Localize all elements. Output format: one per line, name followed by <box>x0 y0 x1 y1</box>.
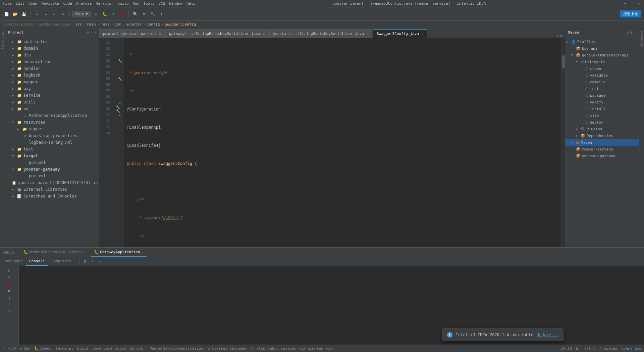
tab-pom[interactable]: pom.xml (yoostar-parent) ✕ <box>99 29 165 38</box>
menu-build[interactable]: Build <box>117 1 128 6</box>
maven-settings-icon[interactable]: ⚙ <box>630 30 633 35</box>
menu-view[interactable]: View <box>29 1 38 6</box>
breadcrumb-part-2[interactable]: src <box>75 22 82 27</box>
maven-clean[interactable]: ⬡ clean <box>565 65 639 72</box>
update-link[interactable]: Update... <box>537 333 558 337</box>
settings-btn[interactable]: ⚙ <box>140 10 148 18</box>
spring-status[interactable]: Spring <box>130 346 143 351</box>
minimize-btn[interactable]: ─ <box>623 1 627 6</box>
indent[interactable]: 4 spaces <box>599 346 617 351</box>
tab-member-service-app[interactable]: 🐛 MemberServiceApplication ✕ <box>20 249 89 257</box>
save-btn[interactable]: 💾 <box>20 10 28 18</box>
debug-status[interactable]: 🐛 Debug <box>34 346 51 351</box>
editor-close-btn[interactable]: ✕ <box>560 34 562 38</box>
maven-test[interactable]: ⬡ test <box>565 85 639 92</box>
maven-root-item[interactable]: ▼ 🏛 Maven <box>565 139 639 146</box>
breadcrumb-part-0[interactable]: yoostar-parent <box>3 22 35 27</box>
tree-item-scratches[interactable]: ▶ 📝 Scratches and Consoles <box>5 193 99 200</box>
restart-btn[interactable]: ↺ <box>6 288 12 294</box>
redo-btn[interactable]: ↪ <box>59 10 67 18</box>
breadcrumb-part-4[interactable]: java <box>101 22 110 27</box>
tab-gateway-app[interactable]: 🐛 GatewayApplication ✕ <box>91 249 147 257</box>
maven-validate[interactable]: ⬡ validate <box>565 72 639 79</box>
breadcrumb-part-7[interactable]: config <box>147 22 160 27</box>
menu-file[interactable]: File <box>3 1 12 6</box>
tab-close[interactable]: ✕ <box>84 251 86 254</box>
maven-close-icon[interactable]: ✕ <box>634 30 636 35</box>
tree-item-mapper2[interactable]: ▶ 📁 mapper <box>5 126 99 132</box>
tree-item-ext-libs[interactable]: ▶ 📚 External Libraries <box>5 186 99 193</box>
breadcrumb-part-8[interactable]: Swagger3Config <box>165 22 196 27</box>
menu-analyze[interactable]: Analyze <box>76 1 92 6</box>
close-btn[interactable]: ✕ <box>637 1 641 6</box>
step-out-btn[interactable]: ↑ <box>6 308 12 314</box>
maven-deploy[interactable]: ⬡ deploy <box>565 119 639 126</box>
sub-tab-debugger[interactable]: Debugger <box>1 258 26 266</box>
back-btn[interactable]: ← <box>33 10 41 18</box>
tree-item-member-service-app[interactable]: ☕ MemberServiceApplication <box>5 112 99 119</box>
maven-package[interactable]: ⬡ package <box>565 92 639 99</box>
menu-vcs[interactable]: VCS <box>158 1 165 6</box>
menu-refactor[interactable]: Refactor <box>96 1 113 6</box>
run-btn[interactable]: ▶ <box>92 10 100 18</box>
search-btn[interactable]: 🔍 <box>131 10 139 18</box>
tree-item-utils[interactable]: ▶ 📁 utils <box>5 99 99 105</box>
tree-item-parent-iml[interactable]: 📋 yoostar-parent(20200919111515).iml <box>5 179 99 186</box>
tree-item-dto[interactable]: ▶ 📁 dto <box>5 52 99 58</box>
tree-item-logback[interactable]: ▶ 📁 logback <box>5 72 99 79</box>
scrollbar-thumb[interactable] <box>562 55 565 69</box>
line-sep[interactable]: LF <box>576 346 580 351</box>
vcs-btn[interactable]: ↑ <box>158 10 165 18</box>
open-btn[interactable]: 📂 <box>11 10 19 18</box>
maven-site[interactable]: ⬡ site <box>565 112 639 119</box>
vertical-scrollbar[interactable] <box>561 38 565 247</box>
tab-close[interactable]: ✕ <box>141 251 143 254</box>
maven-plugins[interactable]: ▶ 🔌 Plugins <box>565 126 639 132</box>
sub-tab-console[interactable]: Console <box>26 258 48 266</box>
console-clear-btn[interactable]: 🗑 <box>82 258 89 265</box>
cursor-position[interactable]: 24:10 <box>561 346 572 351</box>
tree-item-resources[interactable]: ▼ 📁 resources <box>5 119 99 126</box>
menu-window[interactable]: Window <box>169 1 182 6</box>
step-into-btn[interactable]: ↓ <box>6 301 12 307</box>
new-file-btn[interactable]: 📄 <box>3 10 10 18</box>
maven-lifecycle[interactable]: ▼ ⟳ Lifecycle <box>565 58 639 65</box>
encoding[interactable]: UTF-8 <box>584 346 595 351</box>
sub-tab-endpoints[interactable]: Endpoints <box>48 258 75 266</box>
run-with-coverage-btn[interactable]: ☂ <box>110 10 117 18</box>
tree-item-pay[interactable]: ▶ 📁 pay <box>5 85 99 92</box>
menu-edit[interactable]: Edit <box>16 1 25 6</box>
tab-close[interactable]: ✕ <box>367 32 369 36</box>
sidebar-close-icon[interactable]: ✕ <box>94 30 96 35</box>
tree-item-controller[interactable]: ▶ 📁 controller <box>5 38 99 45</box>
tree-item-handler[interactable]: ▶ 📁 handler <box>5 65 99 72</box>
tree-item-mapper[interactable]: ▶ 📁 mapper <box>5 79 99 85</box>
favorites-label[interactable]: Favorites <box>1 31 4 49</box>
tree-item-test[interactable]: ▶ 📁 test <box>5 146 99 152</box>
step-over-btn[interactable]: ⤵ <box>6 294 12 300</box>
breadcrumb-part-5[interactable]: com <box>114 22 121 27</box>
maven-bss-api[interactable]: 📦 bss-api <box>565 45 639 52</box>
tree-item-target[interactable]: ▼ 📁 target <box>5 152 99 159</box>
tree-item-bootstrap[interactable]: ⚙ bootstrap.properties <box>5 132 99 139</box>
tree-item-enumeration[interactable]: ▶ 📁 enumeration <box>5 58 99 65</box>
maven-profiles[interactable]: ▶ 👤 Profiles <box>565 38 639 45</box>
maven-yoostar-gateway[interactable]: 📦 yoostar-gateway <box>565 152 639 159</box>
sidebar-collapse-icon[interactable]: – <box>91 30 93 35</box>
tree-item-domain[interactable]: ▶ 📁 domain <box>5 45 99 52</box>
tree-item-pom-gateway[interactable]: ⋮ pom.xml <box>5 173 99 179</box>
breadcrumb-part-3[interactable]: main <box>87 22 96 27</box>
tab-close[interactable]: ✕ <box>159 32 161 36</box>
run-status[interactable]: ▶ Run <box>20 346 31 351</box>
java-enterprise-status[interactable]: Java Enterprise <box>92 346 125 351</box>
tree-item-service[interactable]: ▶ 📁 service <box>5 92 99 99</box>
todo-btn[interactable]: 4 TODO <box>3 346 16 351</box>
restore-btn[interactable]: □ <box>630 1 634 6</box>
tab-yoostar-serializer[interactable]: yoostar\...\StringRedisKeySerializer.jav… <box>269 29 373 38</box>
tab-gateway-serializer[interactable]: gateway\...\StringRedisKeySerializer.jav… <box>165 29 269 38</box>
tab-close[interactable]: ✕ <box>263 32 265 36</box>
editor-settings-btn[interactable]: ⚙ <box>556 34 559 38</box>
stop-btn[interactable]: ■ <box>118 10 126 18</box>
tree-item-logback-xml[interactable]: ⋮ logback-spring.xml <box>5 139 99 146</box>
event-log[interactable]: Event Log <box>621 346 641 351</box>
